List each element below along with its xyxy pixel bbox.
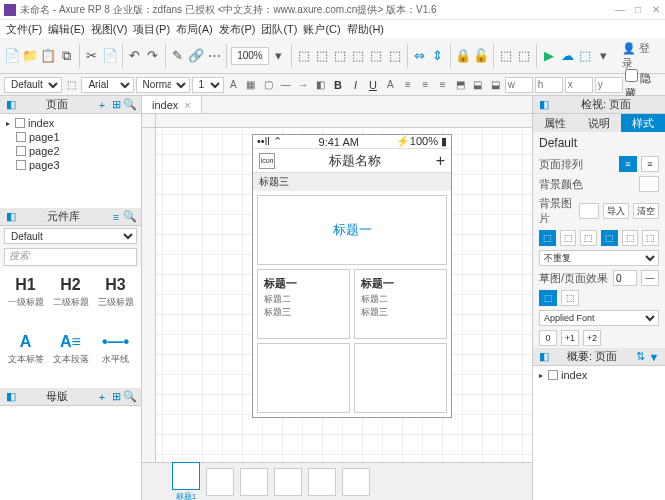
dropdown-icon[interactable]: ▾: [596, 43, 612, 69]
thumbnail-5[interactable]: [308, 468, 336, 496]
bold-icon[interactable]: B: [330, 77, 345, 93]
device-frame[interactable]: ••ll ⌃9:41 AM⚡100% ▮ icon 标题名称 + 标题三 标题一…: [252, 134, 452, 418]
add-page-icon[interactable]: +: [95, 99, 109, 111]
library-search[interactable]: 搜索: [4, 248, 137, 266]
sort-icon[interactable]: ⇅: [633, 350, 647, 363]
zoom-select[interactable]: 100%: [231, 47, 269, 65]
align-left-icon[interactable]: ⬚: [296, 43, 312, 69]
align-mid-icon[interactable]: ⬚: [368, 43, 384, 69]
library-select[interactable]: Default: [4, 228, 137, 244]
align-top-icon[interactable]: ⬚: [350, 43, 366, 69]
mock-title[interactable]: 标题名称: [329, 152, 381, 170]
mock-card-right[interactable]: 标题一标题二标题三: [354, 269, 447, 339]
panel-menu-icon[interactable]: ◧: [4, 210, 18, 223]
mock-card-4[interactable]: [354, 343, 447, 413]
tree-node-page1[interactable]: page1: [2, 130, 139, 144]
panel-menu-icon[interactable]: ◧: [4, 98, 18, 111]
pos-4-icon[interactable]: ⬚: [601, 230, 618, 246]
thumbnail-1[interactable]: [172, 462, 200, 490]
widget-hr[interactable]: •—•水平线: [94, 329, 137, 384]
mock-icon-placeholder[interactable]: icon: [259, 153, 275, 169]
bgcolor-swatch[interactable]: [639, 176, 659, 192]
pos-6-icon[interactable]: ⬚: [642, 230, 659, 246]
clear-button[interactable]: 清空: [633, 203, 659, 219]
applied-font-select[interactable]: Applied Font: [539, 310, 659, 326]
redo-icon[interactable]: ↷: [145, 43, 161, 69]
tab-notes[interactable]: 说明: [577, 114, 621, 132]
menu-project[interactable]: 项目(P): [131, 22, 172, 37]
menu-team[interactable]: 团队(T): [259, 22, 299, 37]
lock-icon[interactable]: 🔒: [455, 43, 471, 69]
cut-icon[interactable]: ✂: [84, 43, 100, 69]
menu-edit[interactable]: 编辑(E): [46, 22, 87, 37]
panel-menu-icon[interactable]: ◧: [537, 98, 551, 111]
add-folder-icon[interactable]: ⊞: [109, 98, 123, 111]
import-button[interactable]: 导入: [603, 203, 629, 219]
stroke-2-icon[interactable]: +2: [583, 330, 601, 346]
thumbnail-2[interactable]: [206, 468, 234, 496]
hidden-checkbox[interactable]: [625, 69, 638, 82]
cloud-icon[interactable]: ☁: [559, 43, 575, 69]
arrow-icon[interactable]: →: [295, 77, 310, 93]
close-icon[interactable]: ✕: [651, 5, 661, 15]
copy-icon[interactable]: 📋: [40, 43, 56, 69]
duplicate-icon[interactable]: ⧉: [59, 43, 75, 69]
new-folder-icon[interactable]: 📁: [22, 43, 38, 69]
fill-icon[interactable]: ▦: [243, 77, 258, 93]
line-icon[interactable]: —: [278, 77, 293, 93]
w-input[interactable]: [505, 77, 533, 93]
size-select[interactable]: 13: [192, 77, 224, 93]
align-right-icon[interactable]: ⬚: [332, 43, 348, 69]
al-l-icon[interactable]: ≡: [400, 77, 415, 93]
menu-file[interactable]: 文件(F): [4, 22, 44, 37]
al-c-icon[interactable]: ≡: [418, 77, 433, 93]
h-input[interactable]: [535, 77, 563, 93]
thumbnail-4[interactable]: [274, 468, 302, 496]
bgimg-well[interactable]: [579, 203, 599, 219]
new-file-icon[interactable]: 📄: [4, 43, 20, 69]
tree-node-page2[interactable]: page2: [2, 144, 139, 158]
maximize-icon[interactable]: □: [633, 5, 643, 15]
unlock-icon[interactable]: 🔓: [473, 43, 489, 69]
font-select[interactable]: Arial: [81, 77, 133, 93]
minimize-icon[interactable]: —: [615, 5, 625, 15]
pos-2-icon[interactable]: ⬚: [560, 230, 577, 246]
val-m-icon[interactable]: ⬓: [470, 77, 485, 93]
menu-help[interactable]: 帮助(H): [345, 22, 386, 37]
val-b-icon[interactable]: ⬓: [487, 77, 502, 93]
effect-input[interactable]: [613, 270, 637, 286]
link-icon[interactable]: 🔗: [188, 43, 204, 69]
stroke-1-icon[interactable]: +1: [561, 330, 579, 346]
tab-properties[interactable]: 属性: [533, 114, 577, 132]
lib-menu-icon[interactable]: ≡: [109, 211, 123, 223]
outline-node-index[interactable]: index: [535, 368, 663, 382]
tree-node-page3[interactable]: page3: [2, 158, 139, 172]
italic-icon[interactable]: I: [348, 77, 363, 93]
panel-menu-icon[interactable]: ◧: [4, 390, 18, 403]
mock-card-3[interactable]: [257, 343, 350, 413]
pos-1-icon[interactable]: ⬚: [539, 230, 556, 246]
panel-menu-icon[interactable]: ◧: [537, 350, 551, 363]
effect-slider-icon[interactable]: —: [641, 270, 659, 286]
shadow-icon[interactable]: ◧: [313, 77, 328, 93]
widget-paragraph[interactable]: A≡文本段落: [49, 329, 92, 384]
txtcolor-icon[interactable]: A: [383, 77, 398, 93]
publish-icon[interactable]: ⬚: [577, 43, 593, 69]
search-icon[interactable]: 🔍: [123, 210, 137, 223]
pos-3-icon[interactable]: ⬚: [580, 230, 597, 246]
sketch-1-icon[interactable]: ⬚: [539, 290, 557, 306]
tab-index[interactable]: index×: [142, 96, 202, 113]
style-select[interactable]: Default: [4, 77, 62, 93]
tree-node-index[interactable]: index: [2, 116, 139, 130]
undo-icon[interactable]: ↶: [127, 43, 143, 69]
mock-section[interactable]: 标题三: [253, 173, 451, 191]
val-t-icon[interactable]: ⬒: [452, 77, 467, 93]
repeat-select[interactable]: 不重复: [539, 250, 659, 266]
plus-icon[interactable]: +: [436, 152, 445, 170]
y-input[interactable]: [595, 77, 623, 93]
filter-icon[interactable]: ▼: [647, 351, 661, 363]
add-master-icon[interactable]: +: [95, 391, 109, 403]
style-more-icon[interactable]: ⬚: [64, 77, 79, 93]
sketch-2-icon[interactable]: ⬚: [561, 290, 579, 306]
menu-publish[interactable]: 发布(P): [217, 22, 258, 37]
